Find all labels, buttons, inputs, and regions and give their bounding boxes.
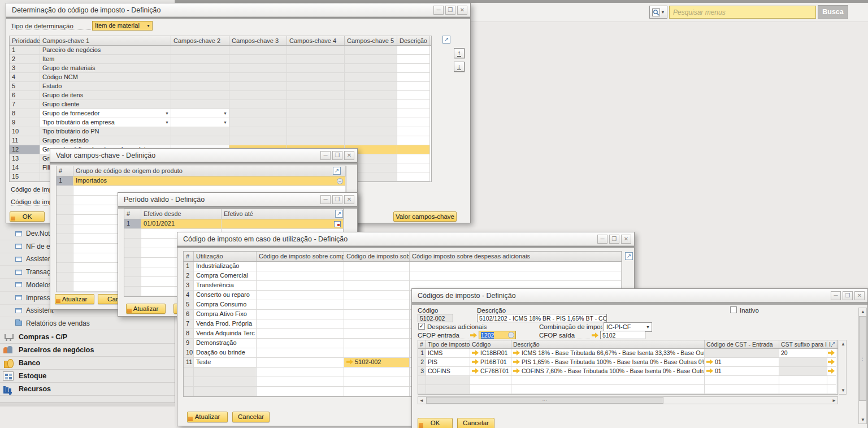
minimize-button[interactable]: ─ (320, 195, 331, 204)
maximize-button[interactable]: ❒ (609, 235, 619, 244)
table-row[interactable]: 2 Compra Comercial (184, 271, 622, 281)
table-row[interactable]: 6 Grupo de itens (10, 91, 431, 100)
choose-from-list-icon[interactable] (508, 332, 514, 338)
cancelar-button[interactable]: Cancelar (457, 418, 494, 428)
scroll-left-icon[interactable]: ◄ (419, 398, 424, 403)
table-row[interactable] (418, 376, 837, 385)
link-arrow-icon[interactable] (513, 359, 520, 365)
scroll-right-icon[interactable]: ► (832, 398, 836, 403)
expand-table-icon[interactable] (333, 167, 341, 175)
despesas-checkbox[interactable]: ✓ (418, 323, 425, 330)
sidebar-module[interactable]: Parceiros de negócios (0, 344, 175, 357)
minimize-button[interactable]: ─ (320, 151, 331, 160)
atualizar-button[interactable]: Atualizar (126, 304, 166, 314)
table-row[interactable]: 1 ICMS IC18BR01 ICMS 18% - Base Tributad… (418, 349, 837, 358)
maximize-button[interactable]: ❒ (332, 195, 342, 204)
table-vertical-scrollbar[interactable]: ▲ ▼ (839, 340, 847, 395)
titlebar[interactable]: Período válido - Definição ─ ❒ ✕ (118, 193, 357, 206)
close-button[interactable]: ✕ (344, 151, 354, 160)
sidebar-item[interactable]: Relatórios de vendas (0, 317, 175, 330)
link-arrow-icon[interactable] (706, 368, 713, 374)
titlebar[interactable]: Determinação do código de imposto - Defi… (6, 3, 470, 17)
table-row[interactable]: 5 Estado (10, 82, 431, 91)
close-button[interactable]: ✕ (621, 235, 631, 244)
table-row[interactable]: 3 COFINS CF76BT01 COFINS 7,60% - Base Tr… (418, 367, 837, 376)
link-arrow-icon[interactable] (513, 350, 520, 356)
ok-button[interactable]: OK (10, 211, 45, 222)
scroll-up-icon[interactable]: ▲ (841, 341, 845, 347)
sidebar-module[interactable]: Estoque (0, 370, 175, 383)
link-arrow-icon[interactable] (472, 350, 479, 356)
close-button[interactable]: ✕ (457, 6, 467, 15)
link-arrow-icon[interactable] (828, 350, 835, 356)
scroll-down-icon[interactable]: ▼ (841, 388, 845, 393)
row-up-button[interactable]: ↑ (454, 48, 465, 58)
sidebar-module[interactable]: Banco (0, 357, 175, 370)
link-arrow-icon[interactable] (828, 368, 835, 374)
minimize-button[interactable]: ─ (433, 6, 444, 15)
sidebar-module[interactable]: Compras - C/P (0, 331, 175, 344)
minimize-button[interactable]: ─ (831, 291, 841, 300)
busca-button[interactable]: Busca (818, 5, 848, 19)
scroll-down-icon[interactable]: ▼ (861, 417, 865, 422)
table-row[interactable]: 7 Grupo cliente (10, 100, 431, 109)
sidebar-module[interactable]: Recursos (0, 383, 175, 396)
table-row[interactable]: 1 Importados (57, 176, 346, 186)
valor-campos-chave-button[interactable]: Valor campos-chave (393, 211, 457, 222)
maximize-button[interactable]: ❒ (332, 151, 342, 160)
menu-search-button[interactable]: ▼ (649, 6, 667, 19)
table-row[interactable]: 9 Tipo tributário da empresa (10, 118, 431, 127)
cfop-saida-field[interactable]: 5102 (600, 331, 645, 339)
scroll-up-icon[interactable]: ▲ (861, 309, 865, 314)
titlebar[interactable]: Códigos de imposto - Definição ─ ❒ ✕ (412, 289, 867, 302)
scrollbar-thumb[interactable]: ⋯ (426, 397, 663, 404)
expand-table-icon[interactable] (335, 210, 343, 218)
scrollbar-thumb[interactable]: ⋮ (859, 316, 866, 401)
close-button[interactable]: ✕ (344, 195, 354, 204)
window-vertical-scrollbar[interactable]: ▲ ▼ ⋮ (858, 308, 867, 424)
table-row[interactable]: 3 Grupo de materiais (10, 64, 431, 73)
link-arrow-icon[interactable] (706, 359, 713, 365)
table-row[interactable]: 4 Código NCM (10, 73, 431, 82)
maximize-button[interactable]: ❒ (445, 6, 455, 15)
table-row[interactable] (418, 385, 837, 394)
titlebar[interactable]: Código de imposto em caso de utilização … (177, 232, 634, 246)
table-row[interactable]: 8 Grupo de fornecedor (10, 109, 431, 118)
calendar-icon[interactable] (334, 221, 341, 227)
link-arrow-icon[interactable] (346, 359, 353, 365)
close-button[interactable]: ✕ (854, 291, 865, 300)
descricao-field[interactable]: 5102/1202 - ICMS 18% BR - PIS 1,65% BT -… (477, 314, 607, 322)
window-title: Determinação do código de imposto - Defi… (12, 6, 160, 14)
table-row[interactable]: 10 Tipo tributário do PN (10, 127, 431, 136)
ok-button[interactable]: OK (418, 418, 453, 428)
link-arrow-icon[interactable] (470, 332, 477, 338)
atualizar-button[interactable]: Atualizar (55, 294, 94, 304)
link-arrow-icon[interactable] (513, 368, 520, 374)
search-input[interactable] (669, 6, 816, 19)
table-row[interactable]: 2 Item (10, 55, 431, 64)
choose-from-list-icon[interactable] (337, 178, 343, 184)
tipo-determinacao-dropdown[interactable]: Item de material (92, 21, 153, 31)
table-row[interactable]: 11 Grupo de estado (10, 136, 431, 145)
table-row[interactable]: 1 Parceiro de negócios (10, 46, 431, 55)
minimize-button[interactable]: ─ (597, 235, 607, 244)
expand-table-icon[interactable] (830, 340, 837, 348)
inativo-checkbox[interactable] (730, 306, 737, 313)
table-row[interactable]: 1 Industrialização (184, 262, 622, 271)
table-row[interactable]: 2 PIS PI16BT01 PIS 1,65% - Base Tributad… (418, 358, 837, 367)
link-arrow-icon[interactable] (472, 359, 479, 365)
atualizar-button[interactable]: Atualizar (187, 412, 228, 422)
expand-table-icon[interactable] (442, 36, 450, 44)
link-arrow-icon[interactable] (592, 332, 598, 338)
link-arrow-icon[interactable] (828, 359, 835, 365)
table-row[interactable]: 1 01/01/2021 (124, 219, 344, 229)
descricao-label: Descrição (477, 307, 517, 314)
cancelar-button[interactable]: Cancelar (232, 412, 270, 422)
cfop-entrada-field[interactable]: 1202 (479, 331, 516, 339)
maximize-button[interactable]: ❒ (843, 291, 853, 300)
link-arrow-icon[interactable] (472, 368, 479, 374)
expand-table-icon[interactable] (625, 252, 633, 260)
titlebar[interactable]: Valor campos-chave - Definição ─ ❒ ✕ (50, 149, 357, 162)
table-horizontal-scrollbar[interactable]: ◄ ► ⋯ (418, 396, 838, 404)
row-down-button[interactable]: ↓ (454, 62, 465, 72)
